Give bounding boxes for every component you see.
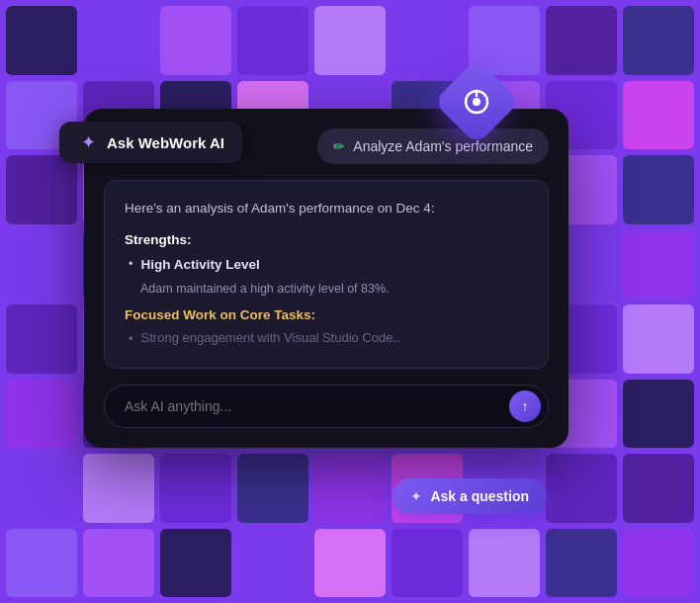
bullet-2: • Strong engagement with Visual Studio C… <box>125 330 528 346</box>
bg-cell <box>623 155 694 224</box>
sparkle-icon-2: ✦ <box>410 488 422 504</box>
bg-cell <box>83 454 154 523</box>
bg-cell <box>546 6 617 75</box>
query-text: Analyze Adam's performance <box>353 138 533 154</box>
bg-cell <box>623 529 694 598</box>
bullet-1-sub: Adam maintained a high activity level of… <box>125 280 528 299</box>
ai-input[interactable] <box>104 385 549 428</box>
bg-cell <box>160 6 231 75</box>
bg-cell <box>160 529 231 598</box>
logo-icon <box>463 88 490 116</box>
query-pill: ✏ Analyze Adam's performance <box>317 129 549 164</box>
input-wrapper: ↑ <box>104 385 549 428</box>
strengths-title: Strengths: <box>125 232 528 247</box>
bg-cell <box>314 454 386 523</box>
bg-cell <box>546 529 617 598</box>
bg-cell <box>6 230 77 300</box>
send-button[interactable]: ↑ <box>509 390 541 422</box>
bg-cell <box>237 6 308 75</box>
bg-cell <box>314 529 386 598</box>
bg-cell <box>6 454 77 523</box>
bullet-dot-2: • <box>129 331 133 346</box>
bg-cell <box>623 6 694 75</box>
bg-cell <box>623 81 694 150</box>
ask-badge-label: Ask WebWork AI <box>107 134 224 151</box>
bullet-1: • High Activity Level <box>125 255 528 275</box>
bullet-2-text: Strong engagement with Visual Studio Cod… <box>141 330 400 346</box>
bg-cell <box>314 6 386 75</box>
bg-cell <box>623 454 694 523</box>
send-icon: ↑ <box>522 398 529 414</box>
bg-cell <box>83 6 154 75</box>
bg-cell <box>83 529 154 598</box>
analysis-card: Here's an analysis of Adam's performance… <box>104 180 549 369</box>
bg-cell <box>6 529 77 598</box>
bg-cell <box>6 380 77 449</box>
analysis-intro: Here's an analysis of Adam's performance… <box>125 199 528 218</box>
bg-cell <box>469 529 540 598</box>
bg-cell <box>6 155 77 224</box>
ask-webwork-badge[interactable]: ✦ Ask WebWork AI <box>59 122 242 163</box>
bg-cell <box>623 304 694 374</box>
ask-question-button[interactable]: ✦ Ask a question <box>393 478 547 514</box>
pencil-icon: ✏ <box>333 138 345 154</box>
bg-cell <box>623 230 694 300</box>
input-row: ↑ <box>104 385 549 428</box>
bg-cell <box>237 529 308 598</box>
svg-point-1 <box>473 98 481 106</box>
bg-cell <box>392 6 463 75</box>
bg-cell <box>546 454 617 523</box>
sparkle-icon: ✦ <box>77 131 99 153</box>
bg-cell <box>392 529 463 598</box>
bullet-1-main: High Activity Level <box>141 255 260 275</box>
bg-cell <box>6 304 77 374</box>
bg-cell <box>237 454 308 523</box>
bullet-dot-1: • <box>129 256 133 275</box>
focused-title: Focused Work on Core Tasks: <box>125 307 528 322</box>
bg-cell <box>160 454 231 523</box>
bg-cell <box>623 380 694 449</box>
ask-question-label: Ask a question <box>430 488 529 504</box>
bg-cell <box>6 6 77 75</box>
